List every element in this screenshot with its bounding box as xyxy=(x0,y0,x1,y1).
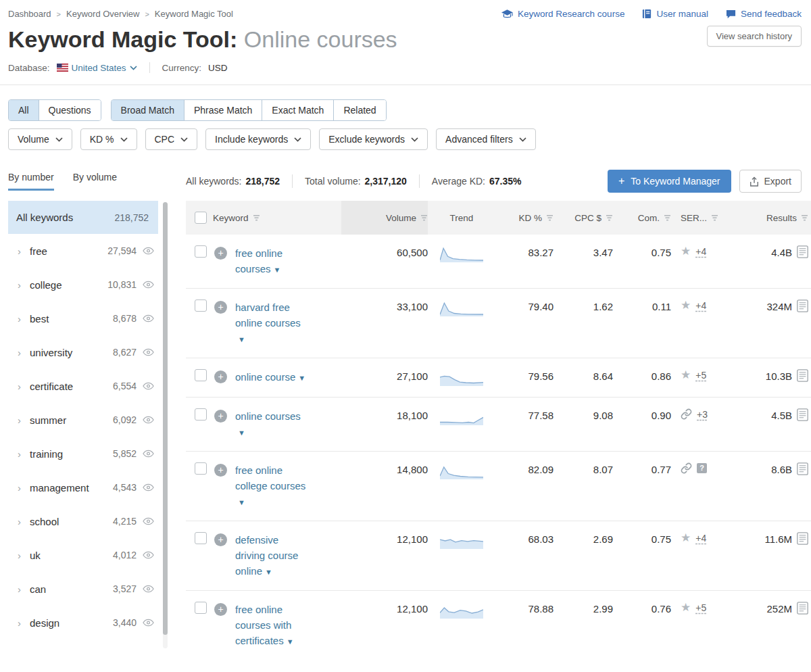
filter-dropdown-cpc[interactable]: CPC xyxy=(145,128,198,150)
sidebar-scrollbar-thumb[interactable] xyxy=(163,202,168,635)
serp-source-icon[interactable] xyxy=(797,299,808,312)
column-header-results[interactable]: Results xyxy=(739,201,811,235)
filter-dropdown-advanced-filters[interactable]: Advanced filters xyxy=(436,128,536,150)
sidebar-group-free[interactable]: › free 27,594 xyxy=(8,234,158,268)
serp-more-link[interactable]: +4 xyxy=(695,533,706,544)
eye-icon[interactable] xyxy=(143,585,154,593)
eye-icon[interactable] xyxy=(143,483,154,491)
match-tab-related[interactable]: Related xyxy=(334,100,385,120)
sidebar-group-best[interactable]: › best 8,678 xyxy=(8,302,158,335)
chevron-right-icon[interactable]: › xyxy=(18,583,30,595)
column-header-ser[interactable]: SER... xyxy=(671,201,739,235)
add-keyword-icon[interactable]: + xyxy=(214,410,227,423)
sort-icon[interactable] xyxy=(253,215,260,221)
eye-icon[interactable] xyxy=(143,517,154,525)
serp-more-link[interactable]: +5 xyxy=(695,602,706,613)
row-checkbox[interactable] xyxy=(195,299,207,312)
keyword-expand-caret-icon[interactable]: ▼ xyxy=(238,335,245,343)
serp-more-link[interactable]: +5 xyxy=(695,370,706,381)
match-tab-phrase-match[interactable]: Phrase Match xyxy=(185,100,262,120)
sort-icon[interactable] xyxy=(420,215,428,221)
column-header-keyword[interactable]: Keyword xyxy=(213,201,341,235)
to-keyword-manager-button[interactable]: + To Keyword Manager xyxy=(608,170,731,193)
serp-source-icon[interactable] xyxy=(797,602,808,615)
keyword-expand-caret-icon[interactable]: ▼ xyxy=(238,429,245,437)
column-header-cpc[interactable]: CPC $ xyxy=(554,201,613,235)
column-header-kd[interactable]: KD % xyxy=(495,201,554,235)
chevron-right-icon[interactable]: › xyxy=(18,279,30,291)
keyword-expand-caret-icon[interactable]: ▼ xyxy=(274,266,281,274)
add-keyword-icon[interactable]: + xyxy=(214,533,227,546)
keyword-link[interactable]: defensivedriving courseonline▼ xyxy=(235,532,328,580)
sort-icon[interactable] xyxy=(664,215,671,221)
keyword-expand-caret-icon[interactable]: ▼ xyxy=(287,638,294,646)
sidebar-all-keywords[interactable]: All keywords 218,752 xyxy=(8,201,158,234)
sidebar-group-summer[interactable]: › summer 6,092 xyxy=(8,403,158,437)
keyword-link[interactable]: harvard freeonline courses▼ xyxy=(235,299,328,347)
serp-more-link[interactable]: +4 xyxy=(695,246,706,257)
filter-dropdown-kd[interactable]: KD % xyxy=(80,128,137,150)
eye-icon[interactable] xyxy=(143,314,154,322)
row-checkbox[interactable] xyxy=(195,245,207,258)
match-tab-exact-match[interactable]: Exact Match xyxy=(262,100,334,120)
match-tab-broad-match[interactable]: Broad Match xyxy=(112,100,185,120)
keyword-expand-caret-icon[interactable]: ▼ xyxy=(238,498,245,506)
add-keyword-icon[interactable]: + xyxy=(214,464,227,477)
row-checkbox[interactable] xyxy=(195,408,207,421)
sidebar-group-uk[interactable]: › uk 4,012 xyxy=(8,538,158,572)
column-header-volume[interactable]: Volume xyxy=(341,201,428,235)
serp-source-icon[interactable] xyxy=(797,462,808,475)
sidebar-group-university[interactable]: › university 8,627 xyxy=(8,335,158,369)
breadcrumb-keyword-overview[interactable]: Keyword Overview xyxy=(66,9,139,19)
chevron-right-icon[interactable]: › xyxy=(18,482,30,494)
chevron-right-icon[interactable]: › xyxy=(18,550,30,561)
eye-icon[interactable] xyxy=(143,382,154,390)
row-checkbox[interactable] xyxy=(195,462,207,475)
sidebar-group-management[interactable]: › management 4,543 xyxy=(8,471,158,504)
database-selector[interactable]: United States xyxy=(57,63,137,73)
filter-dropdown-volume[interactable]: Volume xyxy=(8,128,72,150)
sort-icon[interactable] xyxy=(606,215,613,221)
keyword-expand-caret-icon[interactable]: ▼ xyxy=(265,568,272,576)
serp-source-icon[interactable] xyxy=(797,408,808,421)
filter-dropdown-include-keywords[interactable]: Include keywords xyxy=(205,128,311,150)
add-keyword-icon[interactable]: + xyxy=(214,370,227,383)
sidebar-group-can[interactable]: › can 3,527 xyxy=(8,572,158,606)
sort-icon[interactable] xyxy=(711,215,718,221)
breadcrumb-dashboard[interactable]: Dashboard xyxy=(8,9,51,19)
eye-icon[interactable] xyxy=(143,348,154,356)
eye-icon[interactable] xyxy=(143,247,154,255)
chevron-right-icon[interactable]: › xyxy=(18,516,30,527)
view-tab-by-number[interactable]: By number xyxy=(8,172,54,191)
chevron-right-icon[interactable]: › xyxy=(18,381,30,392)
row-checkbox[interactable] xyxy=(195,602,207,614)
keyword-link[interactable]: online courses▼ xyxy=(235,408,328,441)
chevron-right-icon[interactable]: › xyxy=(18,617,30,629)
add-keyword-icon[interactable]: + xyxy=(214,247,227,260)
chevron-right-icon[interactable]: › xyxy=(18,414,30,426)
add-keyword-icon[interactable]: + xyxy=(214,301,227,314)
send-feedback-link[interactable]: Send feedback xyxy=(726,9,802,19)
serp-source-icon[interactable] xyxy=(797,532,808,545)
select-all-checkbox[interactable] xyxy=(195,212,207,224)
sidebar-group-design[interactable]: › design 3,440 xyxy=(8,606,158,640)
view-search-history-button[interactable]: View search history xyxy=(707,26,802,47)
sidebar-group-certificate[interactable]: › certificate 6,554 xyxy=(8,369,158,403)
match-tab-questions[interactable]: Questions xyxy=(39,100,101,120)
breadcrumb-keyword-magic-tool[interactable]: Keyword Magic Tool xyxy=(155,9,233,19)
serp-source-icon[interactable] xyxy=(797,369,808,382)
row-checkbox[interactable] xyxy=(195,369,207,381)
row-checkbox[interactable] xyxy=(195,532,207,544)
chevron-right-icon[interactable]: › xyxy=(18,245,30,257)
keyword-research-course-link[interactable]: Keyword Research course xyxy=(501,9,624,19)
eye-icon[interactable] xyxy=(143,416,154,424)
match-tab-all[interactable]: All xyxy=(9,100,39,120)
export-button[interactable]: Export xyxy=(739,170,802,193)
keyword-link[interactable]: free onlinecollege courses▼ xyxy=(235,462,328,510)
sidebar-group-training[interactable]: › training 5,852 xyxy=(8,437,158,471)
keyword-expand-caret-icon[interactable]: ▼ xyxy=(298,374,305,382)
chevron-right-icon[interactable]: › xyxy=(18,347,30,358)
serp-more-link[interactable]: +3 xyxy=(697,409,708,420)
user-manual-link[interactable]: User manual xyxy=(642,9,708,19)
chevron-right-icon[interactable]: › xyxy=(18,313,30,325)
